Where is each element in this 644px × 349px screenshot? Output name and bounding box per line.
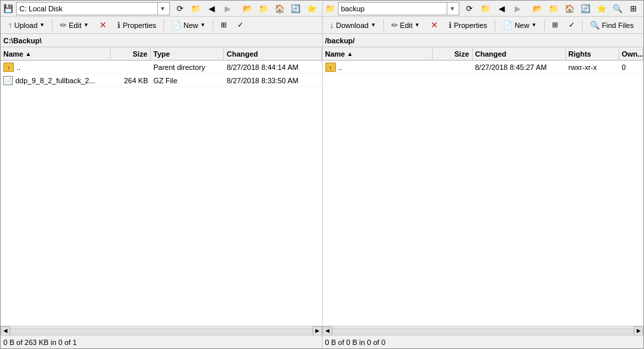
- right-location-bar: 📁 backup ▼ ⟳ 📁 ◀ ▶ 📂 📁 🏠 🔄 ⭐ 🔍 ⊞: [323, 0, 644, 17]
- right-file-list[interactable]: ↑ .. 8/27/2018 8:45:27 AM rwxr-xr-x 0: [323, 61, 644, 326]
- download-button[interactable]: ↓ Download ▼: [325, 18, 381, 33]
- sep2: [163, 19, 164, 31]
- left-col-size-header[interactable]: Size: [111, 47, 151, 60]
- sep5: [495, 19, 495, 31]
- left-new-folder-btn[interactable]: 📁: [257, 1, 271, 16]
- left-combo-arrow[interactable]: ▼: [157, 3, 168, 15]
- right-toolbar-icon2[interactable]: 📁: [478, 1, 493, 16]
- upload-label: Upload: [15, 21, 38, 29]
- right-toolbar: ↓ Download ▼ ✏ Edit ▼ ✕ ℹ Properties 📄 N…: [323, 17, 644, 33]
- right-refresh-btn[interactable]: 🔄: [578, 1, 593, 16]
- download-arrow: ▼: [371, 22, 376, 28]
- left-bookmark-btn[interactable]: ⭐: [305, 1, 319, 16]
- right-open-folder-btn[interactable]: 📂: [530, 1, 545, 16]
- right-edit-button[interactable]: ✏ Edit ▼: [387, 18, 425, 33]
- right-delete-icon: ✕: [431, 20, 438, 30]
- left-sort-arrow: ▲: [25, 51, 31, 57]
- left-toolbar-icon1[interactable]: ⟳: [173, 1, 187, 16]
- left-scrollbar[interactable]: ◀ ▶: [1, 326, 323, 335]
- right-properties-icon: ℹ: [449, 21, 452, 30]
- sep3: [213, 19, 213, 31]
- left-expand-icon: ⊞: [221, 21, 227, 29]
- left-location-combo[interactable]: C: Local Disk ▼: [16, 2, 170, 15]
- left-file-changed-0: 8/27/2018 8:44:14 AM: [224, 63, 322, 71]
- right-extra-btn[interactable]: ⊞: [626, 1, 641, 16]
- right-parent-icon: ↑: [325, 63, 336, 72]
- right-col-name-header[interactable]: Name ▲: [323, 47, 433, 60]
- left-new-icon: 📄: [171, 21, 181, 30]
- right-home-btn[interactable]: 🏠: [562, 1, 577, 16]
- upload-arrow: ▼: [39, 22, 45, 28]
- right-location-combo[interactable]: backup ▼: [338, 2, 460, 15]
- left-toolbar: ↑ Upload ▼ ✏ Edit ▼ ✕ ℹ Properties 📄 New: [1, 17, 323, 33]
- right-new-button[interactable]: 📄 New ▼: [498, 18, 541, 33]
- left-file-name-1: 📄 ddp_9_8_2_fullback_2...: [1, 76, 111, 85]
- right-nav-icons: ⟳ 📁 ◀ ▶ 📂 📁 🏠 🔄 ⭐ 🔍 ⊞: [462, 1, 641, 16]
- right-col-owner-header[interactable]: Own...: [619, 47, 644, 60]
- right-bookmark-btn[interactable]: ⭐: [594, 1, 609, 16]
- right-expand-button[interactable]: ⊞: [547, 18, 563, 33]
- table-row[interactable]: 📄 ddp_9_8_2_fullback_2... 264 KB GZ File…: [1, 74, 322, 87]
- right-file-rights-0: rwxr-xr-x: [566, 63, 619, 71]
- left-scroll-left[interactable]: ◀: [1, 326, 10, 336]
- left-scroll-track[interactable]: [10, 328, 313, 334]
- right-scrollbar[interactable]: ◀ ▶: [323, 326, 644, 335]
- left-new-label: New: [183, 21, 198, 29]
- left-open-folder-btn[interactable]: 📂: [241, 1, 255, 16]
- right-forward-btn[interactable]: ▶: [510, 1, 525, 16]
- right-file-changed-0: 8/27/2018 8:45:27 AM: [473, 63, 566, 71]
- left-home-btn[interactable]: 🏠: [273, 1, 287, 16]
- left-collapse-button[interactable]: ✓: [233, 18, 248, 33]
- find-files-label: Find Files: [602, 21, 634, 29]
- right-delete-button[interactable]: ✕: [426, 18, 443, 33]
- left-properties-button[interactable]: ℹ Properties: [113, 18, 161, 33]
- left-back-btn[interactable]: ◀: [205, 1, 219, 16]
- left-location-text: C: Local Disk: [18, 5, 157, 13]
- right-path-text: /backup/: [325, 37, 355, 45]
- left-toolbar-icon2[interactable]: 📁: [189, 1, 203, 16]
- download-icon: ↓: [330, 20, 335, 30]
- sep7: [582, 19, 583, 31]
- right-col-size-header[interactable]: Size: [433, 47, 473, 60]
- left-expand-button[interactable]: ⊞: [216, 18, 231, 33]
- table-row[interactable]: ↑ .. Parent directory 8/27/2018 8:44:14 …: [1, 61, 322, 74]
- left-file-changed-1: 8/27/2018 8:33:50 AM: [224, 77, 322, 85]
- left-edit-button[interactable]: ✏ Edit ▼: [55, 18, 93, 33]
- parent-folder-icon: ↑: [3, 63, 14, 72]
- right-new-folder-btn[interactable]: 📁: [546, 1, 561, 16]
- right-col-changed-header[interactable]: Changed: [473, 47, 566, 60]
- left-forward-btn[interactable]: ▶: [221, 1, 235, 16]
- find-files-button[interactable]: 🔍 Find Files: [585, 18, 639, 33]
- right-scroll-right[interactable]: ▶: [634, 326, 643, 336]
- left-col-changed-header[interactable]: Changed: [224, 47, 322, 60]
- right-combo-arrow[interactable]: ▼: [447, 3, 457, 15]
- left-refresh-btn[interactable]: 🔄: [289, 1, 303, 16]
- left-new-button[interactable]: 📄 New ▼: [167, 18, 210, 33]
- left-col-type-header[interactable]: Type: [151, 47, 224, 60]
- left-delete-icon: ✕: [99, 20, 107, 30]
- table-row[interactable]: ↑ .. 8/27/2018 8:45:27 AM rwxr-xr-x 0: [323, 61, 644, 74]
- left-delete-button[interactable]: ✕: [95, 18, 111, 33]
- right-scroll-track[interactable]: [332, 328, 635, 334]
- left-collapse-icon: ✓: [237, 21, 243, 29]
- right-sort-arrow: ▲: [347, 51, 353, 57]
- gz-file-icon: 📄: [3, 76, 13, 85]
- left-scroll-right[interactable]: ▶: [313, 326, 322, 336]
- sep6: [544, 19, 545, 31]
- right-edit-arrow: ▼: [415, 22, 420, 28]
- right-collapse-button[interactable]: ✓: [564, 18, 579, 33]
- left-file-size-1: 264 KB: [111, 77, 151, 85]
- right-collapse-icon: ✓: [569, 21, 575, 29]
- upload-button[interactable]: ↑ Upload ▼: [3, 18, 49, 33]
- left-edit-arrow: ▼: [83, 22, 89, 28]
- left-file-list[interactable]: ↑ .. Parent directory 8/27/2018 8:44:14 …: [1, 61, 322, 326]
- right-properties-button[interactable]: ℹ Properties: [444, 18, 492, 33]
- right-find-btn[interactable]: 🔍: [610, 1, 625, 16]
- right-status-text: 0 B of 0 B in 0 of 0: [325, 338, 386, 346]
- right-col-rights-header[interactable]: Rights: [566, 47, 619, 60]
- right-back-btn[interactable]: ◀: [494, 1, 509, 16]
- right-scroll-left[interactable]: ◀: [323, 326, 332, 336]
- left-col-name-header[interactable]: Name ▲: [1, 47, 111, 60]
- right-toolbar-icon1[interactable]: ⟳: [462, 1, 477, 16]
- upload-icon: ↑: [8, 20, 13, 30]
